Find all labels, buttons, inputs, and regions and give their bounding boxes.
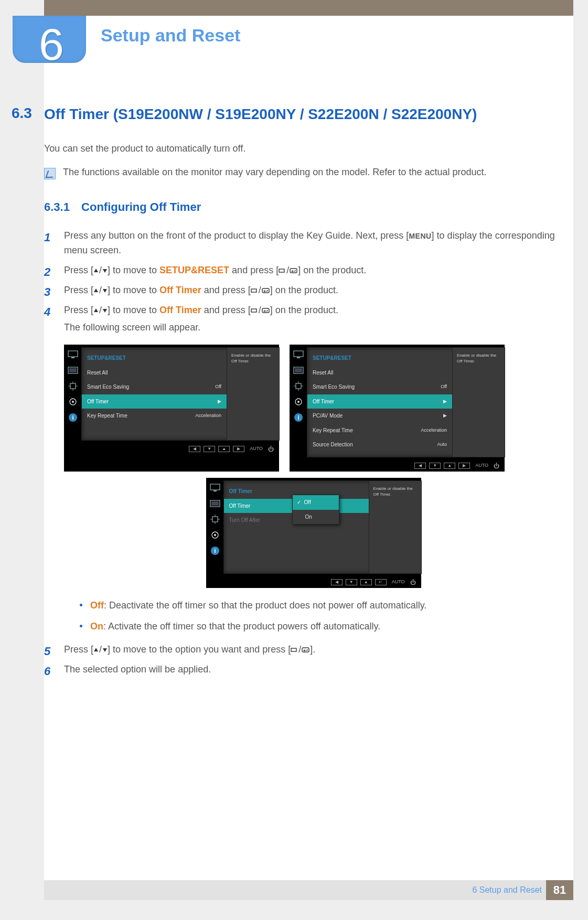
osd-screenshot-1: i SETUP&RESETReset AllSmart Eco SavingOf… [64,345,279,472]
note-box: The functions available on the monitor m… [44,167,563,179]
osd-title: SETUP&RESET [307,352,452,366]
bullet-list: Off: Deactivate the off timer so that th… [80,598,563,634]
popup-row: ✓Off [293,495,339,510]
footer-text: 6 Setup and Reset [472,885,542,895]
svg-rect-56 [291,648,296,651]
menu-label: MENU [409,232,431,240]
svg-rect-41 [210,484,220,490]
osd-help: Enable or disable the Off Timer. [369,481,421,573]
osd-row: Key Repeat TimeAcceleration [307,423,452,438]
chapter-title: Setup and Reset [101,25,240,46]
down-icon: ▼ [204,446,215,452]
svg-text:i: i [214,548,216,554]
osd-title: SETUP&RESET [82,352,227,366]
power-icon: ⏻ [494,462,499,470]
gear-icon [293,396,304,408]
subsection-heading: Configuring Off Timer [81,200,201,213]
auto-label: AUTO [475,462,488,469]
left-icon: ◀ [414,463,426,469]
svg-marker-9 [263,290,265,292]
expand-icon [67,380,79,392]
svg-text:i: i [72,414,73,421]
subsection-number: 6.3.1 [44,200,70,213]
monitor-icon [293,349,304,360]
auto-label: AUTO [250,445,263,453]
svg-rect-13 [262,308,269,313]
svg-rect-45 [212,517,218,522]
picture-icon [293,365,304,376]
popup-row: On [293,510,339,525]
note-icon [44,168,56,179]
power-icon: ⏻ [410,578,416,587]
svg-point-51 [214,534,216,536]
step-5: Press [/] to move to the option you want… [44,643,563,657]
svg-text:i: i [297,414,299,421]
svg-rect-2 [279,269,284,272]
picture-icon [209,498,221,509]
svg-marker-5 [94,288,98,292]
osd-side-icons: i [290,345,307,460]
svg-marker-58 [303,649,305,651]
osd-row: Smart Eco SavingOff [82,380,227,394]
right-icon: ▶ [458,463,470,469]
note-text: The functions available on the monitor m… [63,167,486,178]
picture-icon [67,365,79,376]
svg-marker-55 [103,648,107,652]
osd-row: Smart Eco SavingOff [307,380,452,394]
svg-rect-15 [68,351,78,357]
info-icon: i [209,545,221,557]
svg-rect-8 [262,288,269,293]
osd-row: Off Timer▶ [307,394,452,409]
expand-icon [293,380,304,392]
up-down-icon: / [93,307,108,314]
svg-point-25 [72,401,74,403]
up-down-icon: / [93,267,108,274]
osd-help: Enable or disable the Off Timer. [227,348,279,440]
osd-row: Key Repeat TimeAcceleration [82,409,227,423]
footer-page-number: 81 [546,880,573,900]
box-enter-icon: / [291,646,310,654]
steps-list: Press any button on the front of the pro… [44,229,563,677]
step-3: Press [/] to move to Off Timer and press… [44,283,563,298]
expand-icon [209,514,221,525]
enter-icon: ↵ [375,579,387,585]
up-down-icon: / [93,646,108,654]
osd-footer: ◀ ▼ ▲ ▶ AUTO ⏻ [290,460,505,472]
svg-marker-10 [94,308,98,312]
osd-row: Source DetectionAuto [307,437,452,452]
chapter-number: 6 [39,18,64,70]
bullet-off: Off: Deactivate the off timer so that th… [80,598,563,613]
up-icon: ▲ [360,579,372,585]
monitor-icon [209,482,221,494]
osd-side-icons: i [64,345,82,443]
step-4-followup: The following screen will appear. [64,320,563,335]
down-icon: ▼ [346,579,357,585]
off-timer-keyword: Off Timer [159,305,201,315]
bullet-on: On: Activate the off timer so that the p… [80,619,563,634]
osd-help: Enable or disable the Off Timer. [452,348,505,457]
svg-marker-0 [94,269,98,272]
up-icon: ▲ [218,446,230,452]
svg-marker-6 [103,289,107,293]
left-icon: ◀ [189,446,200,452]
step-1: Press any button on the front of the pro… [44,229,563,258]
osd-popup: ✓OffOn [292,495,339,525]
right-icon: ▶ [233,446,244,452]
svg-rect-7 [251,289,256,292]
svg-rect-42 [213,490,217,491]
svg-rect-28 [294,351,303,357]
box-enter-icon: / [251,287,270,294]
step-4: Press [/] to move to Off Timer and press… [44,303,563,635]
setup-reset-keyword: SETUP&RESET [159,265,229,275]
svg-marker-11 [103,309,107,313]
step-2: Press [/] to move to SETUP&RESET and pre… [44,263,563,278]
monitor-icon [67,349,79,360]
info-icon: i [67,412,79,423]
osd-screenshot-3: i Off TimerOff TimerTurn Off After Enabl… [206,478,421,588]
osd-row: Reset All [82,366,227,380]
svg-rect-29 [297,357,300,358]
step-6: The selected option will be applied. [44,662,563,677]
svg-rect-16 [71,357,74,358]
gear-icon [209,529,221,541]
osd-footer: ◀ ▼ ▲ ↵ AUTO ⏻ [206,576,421,588]
